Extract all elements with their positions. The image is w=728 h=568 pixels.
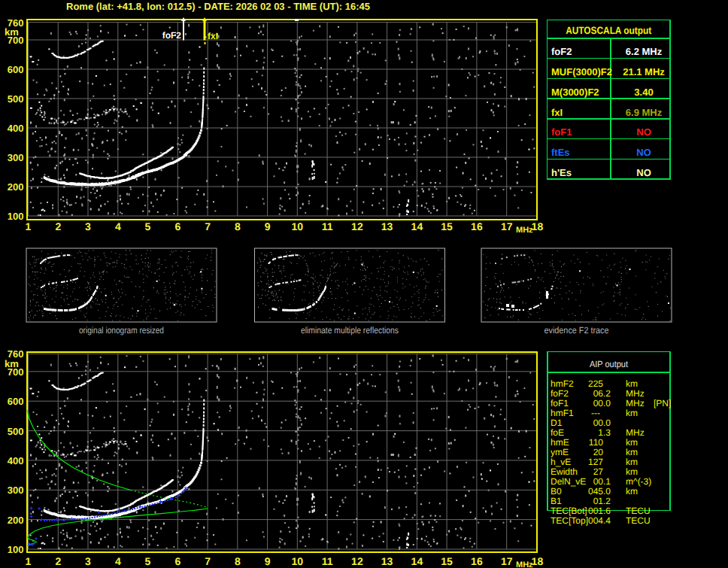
svg-text:DelN_vE: DelN_vE bbox=[551, 476, 586, 487]
svg-text:004: 004 bbox=[588, 515, 603, 526]
svg-text:[PN]: [PN] bbox=[654, 398, 671, 409]
svg-text:foF1: foF1 bbox=[551, 126, 572, 138]
svg-text:3: 3 bbox=[85, 220, 91, 232]
svg-text:11: 11 bbox=[322, 555, 333, 567]
svg-text:TEC[Top]: TEC[Top] bbox=[551, 515, 588, 526]
svg-text:00: 00 bbox=[593, 476, 604, 487]
svg-text:27: 27 bbox=[593, 466, 604, 477]
svg-text:400: 400 bbox=[8, 455, 24, 466]
svg-text:16: 16 bbox=[471, 555, 483, 567]
svg-text:NO: NO bbox=[636, 126, 651, 138]
svg-text:1: 1 bbox=[26, 220, 32, 232]
svg-text:2: 2 bbox=[55, 220, 61, 232]
svg-text:20: 20 bbox=[593, 447, 604, 457]
svg-text:4: 4 bbox=[115, 555, 121, 567]
svg-text:600: 600 bbox=[8, 64, 24, 75]
svg-text:---: --- bbox=[591, 408, 600, 418]
svg-text:AUTOSCALA output: AUTOSCALA output bbox=[566, 25, 651, 36]
svg-text:9: 9 bbox=[265, 220, 271, 232]
svg-text:00: 00 bbox=[593, 398, 604, 409]
svg-text:110: 110 bbox=[589, 437, 603, 448]
svg-text:6.2 MHz: 6.2 MHz bbox=[626, 46, 663, 57]
svg-text:400: 400 bbox=[8, 123, 24, 134]
svg-text:eliminate multiple reflections: eliminate multiple reflections bbox=[301, 325, 399, 336]
svg-text:TEC[Bot]: TEC[Bot] bbox=[551, 506, 587, 516]
svg-text:21.1 MHz: 21.1 MHz bbox=[623, 66, 665, 77]
svg-text:original ionogram resized: original ionogram resized bbox=[79, 325, 164, 336]
svg-text:2: 2 bbox=[55, 555, 61, 567]
svg-text:TECU: TECU bbox=[626, 515, 651, 526]
svg-text:11: 11 bbox=[322, 220, 333, 232]
svg-text:5: 5 bbox=[145, 555, 151, 567]
svg-text:km: km bbox=[626, 437, 638, 448]
svg-text:6: 6 bbox=[174, 220, 180, 232]
svg-text:AIP output: AIP output bbox=[590, 359, 629, 369]
svg-text:.0: .0 bbox=[603, 486, 611, 497]
svg-text:7: 7 bbox=[205, 555, 211, 567]
svg-text:km: km bbox=[626, 486, 638, 497]
svg-text:6.9 MHz: 6.9 MHz bbox=[626, 107, 663, 118]
svg-text:Rome (lat: +41.8, lon: 012.5): Rome (lat: +41.8, lon: 012.5) - DATE: 20… bbox=[66, 1, 370, 12]
svg-text:001: 001 bbox=[588, 506, 603, 516]
svg-text:.4: .4 bbox=[603, 515, 611, 526]
svg-text:B1: B1 bbox=[551, 496, 562, 506]
svg-text:foF2: foF2 bbox=[162, 30, 182, 41]
svg-text:km: km bbox=[5, 358, 19, 369]
svg-text:8: 8 bbox=[235, 220, 241, 232]
svg-text:ymE: ymE bbox=[551, 447, 569, 457]
svg-text:8: 8 bbox=[235, 555, 241, 567]
svg-text:01: 01 bbox=[593, 496, 604, 506]
svg-text:.2: .2 bbox=[603, 496, 611, 506]
svg-text:13: 13 bbox=[381, 220, 393, 232]
svg-text:300: 300 bbox=[8, 484, 24, 496]
svg-text:500: 500 bbox=[8, 426, 24, 437]
svg-text:km: km bbox=[626, 408, 638, 418]
svg-text:17: 17 bbox=[501, 220, 513, 232]
svg-text:10: 10 bbox=[292, 220, 304, 232]
svg-text:foF2: foF2 bbox=[551, 388, 569, 399]
svg-text:15: 15 bbox=[441, 220, 453, 232]
svg-text:5: 5 bbox=[145, 220, 151, 232]
svg-text:NO: NO bbox=[636, 147, 651, 158]
svg-text:10: 10 bbox=[292, 555, 304, 567]
svg-text:500: 500 bbox=[8, 93, 24, 105]
svg-text:foF2: foF2 bbox=[551, 46, 572, 57]
svg-text:TECU: TECU bbox=[626, 506, 651, 516]
svg-text:100: 100 bbox=[8, 544, 24, 555]
svg-text:MHz: MHz bbox=[626, 427, 645, 438]
svg-text:17: 17 bbox=[501, 555, 513, 567]
svg-text:MUF(3000)F2: MUF(3000)F2 bbox=[551, 66, 612, 77]
svg-text:foE: foE bbox=[551, 427, 564, 438]
svg-text:13: 13 bbox=[381, 555, 393, 567]
svg-text:.1: .1 bbox=[603, 476, 611, 487]
svg-text:14: 14 bbox=[411, 555, 423, 567]
svg-text:MHz: MHz bbox=[626, 398, 645, 409]
svg-text:18: 18 bbox=[532, 220, 544, 232]
svg-text:.3: .3 bbox=[603, 427, 611, 438]
svg-text:7: 7 bbox=[205, 220, 211, 232]
svg-text:127: 127 bbox=[588, 457, 603, 467]
svg-text:225: 225 bbox=[588, 378, 603, 389]
svg-text:15: 15 bbox=[441, 555, 453, 567]
svg-text:MHz: MHz bbox=[626, 388, 645, 399]
svg-text:045: 045 bbox=[588, 486, 603, 497]
svg-text:km: km bbox=[626, 447, 638, 457]
svg-text:600: 600 bbox=[8, 396, 24, 407]
svg-text:00: 00 bbox=[593, 418, 604, 428]
svg-text:3: 3 bbox=[85, 555, 91, 567]
svg-text:m^(-3): m^(-3) bbox=[626, 476, 651, 487]
svg-text:hmF1: hmF1 bbox=[551, 408, 574, 418]
svg-text:06: 06 bbox=[593, 388, 604, 399]
svg-text:12: 12 bbox=[351, 220, 363, 232]
svg-text:6: 6 bbox=[174, 555, 180, 567]
svg-text:hmF2: hmF2 bbox=[551, 378, 574, 389]
svg-text:MHz: MHz bbox=[516, 560, 533, 568]
svg-text:16: 16 bbox=[471, 220, 483, 232]
svg-text:h'Es: h'Es bbox=[551, 167, 572, 178]
svg-text:ftEs: ftEs bbox=[551, 147, 570, 158]
svg-text:B0: B0 bbox=[551, 486, 562, 497]
svg-text:.0: .0 bbox=[603, 418, 611, 428]
svg-text:Ewidth: Ewidth bbox=[551, 466, 578, 477]
svg-text:3.40: 3.40 bbox=[634, 87, 653, 98]
svg-text:km: km bbox=[626, 378, 638, 389]
